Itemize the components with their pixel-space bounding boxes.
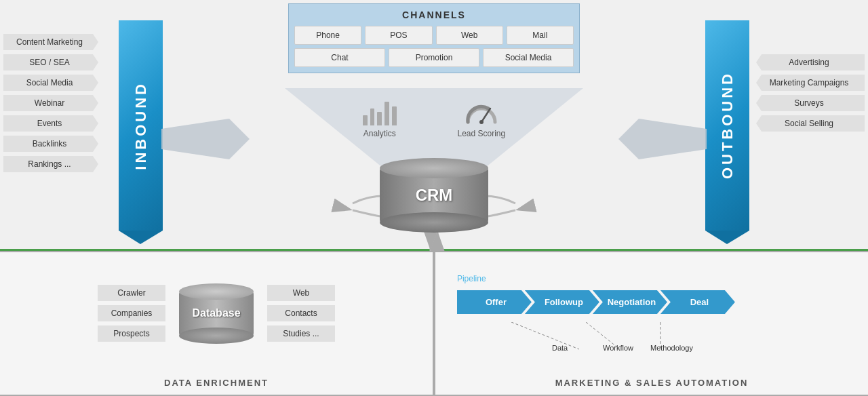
main-container: CHANNELS Phone POS Web Mail Chat Promoti… — [0, 0, 868, 396]
svg-text:Methodology: Methodology — [650, 344, 693, 352]
outbound-arrow — [618, 119, 707, 159]
outbound-column: OUTBOUND — [705, 20, 749, 231]
channels-box: CHANNELS Phone POS Web Mail Chat Promoti… — [288, 3, 580, 73]
channels-title: CHANNELS — [294, 9, 574, 20]
svg-line-7 — [511, 322, 579, 349]
de-content: Crawler Companies Prospects Database Web… — [98, 285, 335, 342]
de-item-contacts: Contacts — [267, 305, 335, 321]
channel-web[interactable]: Web — [436, 26, 503, 45]
pipeline-step-offer: Offer — [457, 290, 532, 314]
channel-phone[interactable]: Phone — [294, 26, 361, 45]
pipeline-step-negotiation: Negotiation — [593, 290, 667, 314]
de-item-studies: Studies ... — [267, 325, 335, 342]
channel-promotion[interactable]: Promotion — [389, 48, 479, 67]
outbound-list: Advertising Marketing Campaigns Surveys … — [756, 54, 865, 132]
de-item-web: Web — [267, 285, 335, 301]
list-item-events: Events — [3, 115, 98, 132]
channel-social-media[interactable]: Social Media — [483, 48, 574, 67]
database-label: Database — [192, 307, 240, 319]
marketing-automation-section: Pipeline Offer Followup Negotiation Deal… — [434, 251, 868, 396]
bottom-section: Crawler Companies Prospects Database Web… — [0, 251, 868, 396]
channel-mail[interactable]: Mail — [507, 26, 574, 45]
outbound-label: OUTBOUND — [719, 71, 736, 179]
list-item-backlinks: Backlinks — [3, 136, 98, 152]
list-item-advertising: Advertising — [756, 54, 865, 71]
channel-chat[interactable]: Chat — [294, 48, 385, 67]
analytics-icon — [363, 98, 397, 125]
inbound-arrow — [161, 119, 250, 159]
de-item-prospects: Prospects — [98, 325, 165, 342]
analytics-label: Analytics — [363, 129, 396, 138]
inbound-list: Content Marketing SEO / SEA Social Media… — [3, 34, 98, 172]
lead-scoring-item: Lead Scoring — [457, 98, 505, 138]
list-item-social-selling: Social Selling — [756, 115, 865, 132]
analytics-area: Analytics Lead Scoring — [332, 98, 536, 138]
inbound-column: INBOUND — [119, 20, 163, 231]
pipeline-steps: Offer Followup Negotiation Deal — [457, 290, 846, 314]
svg-point-2 — [479, 120, 484, 124]
channels-grid-row1: Phone POS Web Mail — [294, 26, 574, 45]
de-left-list: Crawler Companies Prospects — [98, 285, 165, 342]
lead-scoring-icon — [465, 98, 498, 125]
svg-text:Workflow: Workflow — [603, 344, 633, 352]
pipeline-step-deal: Deal — [660, 290, 735, 314]
de-item-companies: Companies — [98, 305, 165, 321]
data-enrichment-label: DATA ENRICHMENT — [164, 378, 269, 388]
list-item-content-marketing: Content Marketing — [3, 34, 98, 50]
crm-cylinder: CRM — [380, 168, 488, 222]
pipeline-step-followup: Followup — [525, 290, 599, 314]
svg-text:Data: Data — [552, 344, 568, 352]
annotation-lines: Data Workflow Methodology — [457, 322, 762, 353]
analytics-item: Analytics — [363, 98, 397, 138]
crm-container: CRM — [380, 168, 488, 222]
list-item-social-media: Social Media — [3, 75, 98, 91]
list-item-surveys: Surveys — [756, 95, 865, 111]
data-enrichment-section: Crawler Companies Prospects Database Web… — [0, 251, 434, 396]
channel-pos[interactable]: POS — [365, 26, 432, 45]
pipeline-label: Pipeline — [457, 274, 846, 283]
de-item-crawler: Crawler — [98, 285, 165, 301]
pipeline-content: Pipeline Offer Followup Negotiation Deal… — [457, 274, 846, 353]
database-cylinder: Database — [179, 292, 254, 336]
crm-label: CRM — [416, 186, 453, 205]
svg-marker-5 — [161, 119, 250, 159]
lead-scoring-label: Lead Scoring — [457, 129, 505, 138]
list-item-marketing-campaigns: Marketing Campaigns — [756, 75, 865, 91]
list-item-webinar: Webinar — [3, 95, 98, 111]
de-right-list: Web Contacts Studies ... — [267, 285, 335, 342]
inbound-label: INBOUND — [132, 81, 150, 170]
svg-marker-6 — [618, 119, 707, 159]
marketing-automation-label: MARKETING & SALES AUTOMATION — [555, 378, 749, 388]
channels-grid-row2: Chat Promotion Social Media — [294, 48, 574, 67]
list-item-rankings: Rankings ... — [3, 156, 98, 172]
list-item-seo: SEO / SEA — [3, 54, 98, 71]
top-section: CHANNELS Phone POS Web Mail Chat Promoti… — [0, 0, 868, 251]
